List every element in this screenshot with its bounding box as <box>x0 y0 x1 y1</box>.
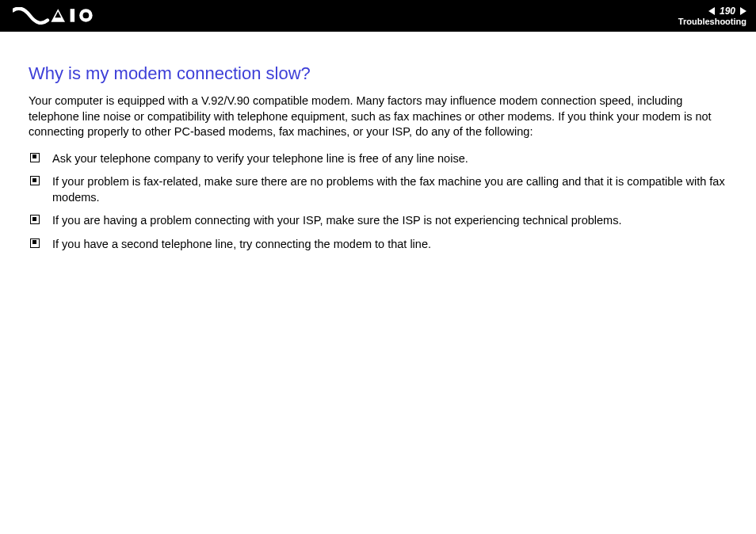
bullet-icon <box>30 153 40 162</box>
page-nav: 190 <box>678 6 746 16</box>
page-title: Why is my modem connection slow? <box>29 63 731 84</box>
list-item: Ask your telephone company to verify you… <box>29 151 731 175</box>
header-right: 190 Troubleshooting <box>678 6 746 26</box>
next-page-icon[interactable] <box>740 7 746 15</box>
bullet-icon <box>30 176 40 185</box>
bullet-icon <box>30 215 40 224</box>
page-content: Why is my modem connection slow? Your co… <box>0 32 756 261</box>
list-item-text: If you have a second telephone line, try… <box>52 238 431 250</box>
list-item: If your problem is fax-related, make sur… <box>29 174 731 213</box>
list-item-text: If your problem is fax-related, make sur… <box>52 175 725 204</box>
list-item: If you have a second telephone line, try… <box>29 237 731 261</box>
list-item: If you are having a problem connecting w… <box>29 213 731 237</box>
svg-rect-0 <box>71 9 75 22</box>
header-bar: 190 Troubleshooting <box>0 0 756 32</box>
vaio-logo <box>13 0 109 32</box>
prev-page-icon[interactable] <box>708 7 715 15</box>
section-name: Troubleshooting <box>678 17 746 26</box>
bullet-icon <box>30 238 40 248</box>
list-item-text: Ask your telephone company to verify you… <box>52 152 468 165</box>
svg-point-2 <box>83 13 90 19</box>
list-item-text: If you are having a problem connecting w… <box>52 214 621 227</box>
page-number: 190 <box>720 6 735 16</box>
bullet-list: Ask your telephone company to verify you… <box>29 151 731 261</box>
intro-paragraph: Your computer is equipped with a V.92/V.… <box>29 93 731 140</box>
